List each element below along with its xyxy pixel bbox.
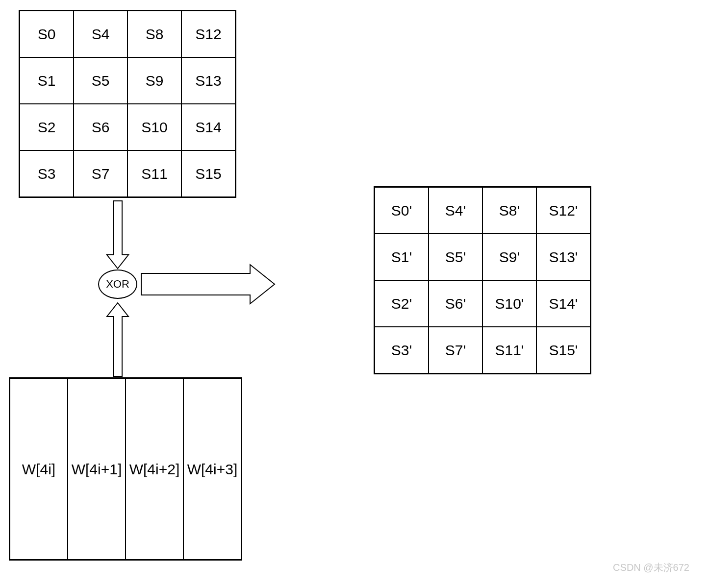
roundkey-cell: W[4i+2] <box>126 378 183 560</box>
arrow-down-to-xor-icon <box>107 201 128 269</box>
state-cell: S10 <box>127 104 181 150</box>
xor-operator: XOR <box>98 270 137 299</box>
result-cell: S12' <box>536 187 590 234</box>
result-cell: S2' <box>375 280 429 327</box>
watermark: CSDN @未济672 <box>613 561 689 574</box>
result-cell: S0' <box>375 187 429 234</box>
state-cell: S11 <box>127 150 181 197</box>
state-cell: S12 <box>181 11 235 57</box>
result-cell: S13' <box>536 234 590 280</box>
state-cell: S13 <box>181 57 235 104</box>
xor-label: XOR <box>106 278 129 291</box>
state-cell: S5 <box>74 57 127 104</box>
result-cell: S1' <box>375 234 429 280</box>
state-matrix: S0 S4 S8 S12 S1 S5 S9 S13 S2 S6 S10 S14 … <box>19 10 236 198</box>
state-cell: S3 <box>20 150 74 197</box>
roundkey-cell: W[4i+1] <box>68 378 126 560</box>
state-cell: S8 <box>127 11 181 57</box>
result-cell: S9' <box>482 234 536 280</box>
result-cell: S6' <box>429 280 482 327</box>
roundkey-cell: W[4i+3] <box>183 378 241 560</box>
result-cell: S3' <box>375 327 429 373</box>
result-cell: S14' <box>536 280 590 327</box>
state-cell: S15 <box>181 150 235 197</box>
state-cell: S7 <box>74 150 127 197</box>
result-cell: S8' <box>482 187 536 234</box>
result-matrix: S0' S4' S8' S12' S1' S5' S9' S13' S2' S6… <box>374 186 591 374</box>
state-cell: S4 <box>74 11 127 57</box>
roundkey-cell: W[4i] <box>10 378 68 560</box>
state-cell: S0 <box>20 11 74 57</box>
result-cell: S7' <box>429 327 482 373</box>
arrow-right-to-result-icon <box>141 265 275 304</box>
state-cell: S9 <box>127 57 181 104</box>
state-cell: S1 <box>20 57 74 104</box>
result-cell: S4' <box>429 187 482 234</box>
result-cell: S5' <box>429 234 482 280</box>
result-cell: S10' <box>482 280 536 327</box>
state-cell: S14 <box>181 104 235 150</box>
state-cell: S2 <box>20 104 74 150</box>
state-cell: S6 <box>74 104 127 150</box>
result-cell: S15' <box>536 327 590 373</box>
arrow-up-to-xor-icon <box>107 303 128 376</box>
roundkey-matrix: W[4i] W[4i+1] W[4i+2] W[4i+3] <box>9 377 242 561</box>
result-cell: S11' <box>482 327 536 373</box>
aes-addroundkey-diagram: S0 S4 S8 S12 S1 S5 S9 S13 S2 S6 S10 S14 … <box>0 0 709 588</box>
